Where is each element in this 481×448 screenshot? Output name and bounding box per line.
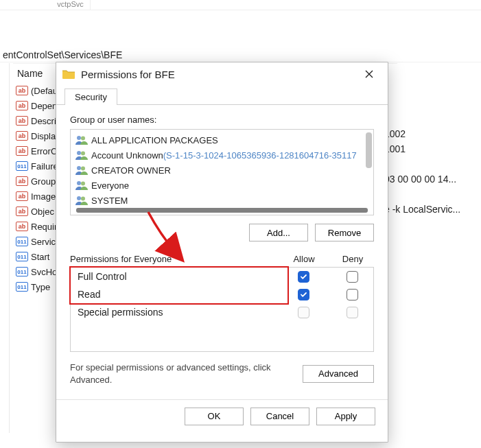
svg-text:ab: ab (19, 208, 26, 215)
svg-point-34 (77, 181, 81, 185)
registry-value-name: Requir (31, 222, 57, 232)
remove-button[interactable]: Remove (315, 224, 374, 241)
registry-value-row[interactable]: 011Type (13, 279, 62, 294)
svg-text:ab: ab (19, 117, 26, 124)
window-top-strip: vctpSvc (0, 0, 481, 32)
svg-text:ab: ab (19, 223, 26, 230)
svg-point-37 (81, 197, 85, 201)
group-item[interactable]: Everyone (75, 178, 369, 193)
deny-header: Deny (331, 254, 374, 264)
registry-value-name: Depen (31, 101, 57, 111)
group-item[interactable]: CREATOR OWNER (75, 163, 369, 178)
column-header-name[interactable]: Name (17, 68, 43, 79)
registry-value-row[interactable]: 011SvcHos (13, 264, 62, 279)
add-button[interactable]: Add... (249, 224, 308, 241)
string-value-icon: ab (14, 115, 30, 127)
groups-label: Group or user names: (70, 115, 374, 125)
group-name: SYSTEM (91, 196, 128, 206)
folder-icon (62, 69, 75, 80)
registry-value-row[interactable]: abDispla (13, 128, 62, 143)
group-name: CREATOR OWNER (91, 165, 171, 176)
registry-value-row[interactable]: 011Failure (13, 158, 62, 174)
binary-value-icon: 011 (14, 281, 30, 293)
string-value-icon: ab (14, 205, 30, 217)
registry-value-name: Failure (31, 161, 58, 172)
svg-text:011: 011 (17, 163, 27, 169)
tab-security[interactable]: Security (64, 89, 117, 105)
groups-listbox[interactable]: ALL APPLICATION PACKAGESAccount Unknown(… (70, 129, 374, 215)
string-value-icon: ab (14, 175, 30, 187)
tree-divider (9, 63, 10, 433)
registry-value-name: Group (31, 176, 56, 187)
binary-value-icon: 011 (14, 235, 30, 248)
scrollbar-horizontal[interactable] (76, 208, 368, 213)
permission-name: Read (71, 289, 276, 300)
group-icon (75, 165, 89, 176)
scrollbar-vertical[interactable] (366, 132, 372, 168)
permission-row: Full Control (71, 268, 373, 285)
string-value-icon: ab (14, 190, 30, 202)
svg-text:ab: ab (19, 193, 26, 200)
registry-value-data (384, 156, 460, 172)
group-item[interactable]: SYSTEM (75, 193, 369, 208)
deny-checkbox[interactable] (347, 271, 358, 283)
cancel-button[interactable]: Cancel (250, 408, 309, 425)
allow-header: Allow (277, 254, 331, 264)
registry-value-data: 1001 (384, 141, 460, 156)
svg-point-33 (81, 167, 85, 171)
registry-value-name: Descri (31, 116, 56, 126)
close-button[interactable] (355, 64, 384, 84)
advanced-button[interactable]: Advanced (303, 365, 374, 383)
group-name: Account Unknown (91, 150, 163, 161)
registry-value-name: ErrorC (31, 146, 57, 156)
group-item[interactable]: ALL APPLICATION PACKAGES (75, 132, 369, 148)
registry-value-row[interactable]: 011Start (13, 249, 62, 264)
deny-checkbox (347, 307, 358, 318)
registry-value-row[interactable]: abRequir (13, 219, 62, 234)
svg-text:ab: ab (19, 102, 26, 109)
svg-text:ab: ab (19, 132, 26, 139)
registry-value-row[interactable]: abObjec (13, 204, 62, 219)
permission-row: Read (71, 285, 373, 303)
registry-value-row[interactable]: abDescri (13, 113, 62, 128)
registry-value-row[interactable]: abErrorC (13, 143, 62, 158)
ok-button[interactable]: OK (185, 408, 244, 425)
advanced-hint: For special permissions or advanced sett… (70, 362, 296, 386)
registry-value-row[interactable]: abImage (13, 189, 62, 204)
registry-value-data (384, 187, 460, 202)
deny-checkbox[interactable] (347, 289, 358, 300)
binary-value-icon: 011 (14, 250, 30, 263)
registry-value-name: Type (31, 282, 50, 292)
binary-value-icon: 011 (14, 266, 30, 278)
svg-point-29 (81, 137, 85, 141)
apply-button[interactable]: Apply (316, 408, 375, 425)
svg-text:011: 011 (17, 269, 27, 275)
registry-value-data: 1002 (384, 126, 460, 141)
svg-point-36 (77, 196, 81, 200)
permission-name: Special permissions (71, 307, 276, 318)
permissions-listbox: Full ControlReadSpecial permissions (70, 267, 374, 352)
permissions-for-label: Permissions for Everyone (70, 254, 277, 264)
registry-value-row[interactable]: abDepen (13, 98, 62, 113)
svg-point-35 (81, 182, 85, 186)
allow-checkbox (298, 307, 309, 318)
allow-checkbox[interactable] (298, 289, 309, 300)
registry-value-name: (Defau (31, 86, 58, 96)
svg-text:011: 011 (17, 239, 27, 245)
svg-text:ab: ab (19, 87, 26, 94)
registry-value-row[interactable]: ab(Defau (13, 83, 62, 98)
string-value-icon: ab (14, 99, 30, 112)
group-icon (75, 180, 89, 191)
registry-value-name: Image (31, 191, 56, 202)
group-icon (75, 150, 89, 161)
registry-value-row[interactable]: 011Service (13, 234, 62, 249)
allow-checkbox[interactable] (298, 271, 309, 283)
registry-value-name: Objec (31, 207, 54, 217)
address-path: entControlSet\Services\BFE (0, 47, 481, 62)
registry-value-row[interactable]: abGroup (13, 174, 62, 189)
group-item[interactable]: Account Unknown(S-1-15-3-1024-1065365936… (75, 148, 369, 163)
string-value-icon: ab (14, 84, 30, 97)
string-value-icon: ab (14, 130, 30, 142)
svg-text:011: 011 (17, 284, 27, 290)
registry-value-name: Start (31, 252, 49, 262)
